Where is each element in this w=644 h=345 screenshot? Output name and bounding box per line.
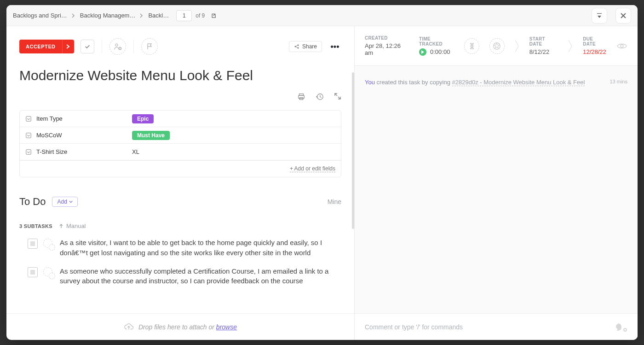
priority-flag-button[interactable] [141, 38, 158, 55]
close-button[interactable] [615, 8, 631, 23]
svg-point-2 [294, 46, 296, 47]
cloud-upload-icon [124, 323, 134, 331]
subtask-title[interactable]: As someone who successfully completed a … [60, 266, 341, 287]
start-date-meta[interactable]: START DATE 8/12/22 [529, 36, 558, 55]
subtask-title[interactable]: As a site visitor, I want to be able to … [60, 238, 341, 258]
date-separator [515, 39, 519, 53]
task-modal: Backlogs and Spri… Backlog Managem… Back… [6, 5, 638, 340]
activity-feed: 13 mins You created this task by copying… [355, 66, 638, 313]
status-label: ACCEPTED [19, 40, 62, 53]
activity-entry: 13 mins You created this task by copying… [365, 78, 627, 87]
activity-link[interactable]: #2829d0z - Modernize Website Menu Look &… [452, 79, 585, 86]
status-next-icon[interactable] [62, 40, 74, 53]
chevron-right-icon [72, 13, 75, 18]
activity-time: 13 mins [610, 78, 627, 86]
dropdown-icon [25, 132, 32, 139]
chevron-down-icon [69, 200, 73, 204]
time-tracked-value: 0:00:00 [430, 48, 450, 55]
custom-field-row[interactable]: T-Shirt Size XL [20, 144, 341, 160]
open-external-icon[interactable] [208, 11, 218, 21]
subtasks-sort[interactable]: Manual [59, 222, 86, 229]
custom-field-value: Epic [132, 114, 154, 123]
subtask-status-checkbox[interactable] [28, 267, 38, 277]
custom-field-label: T-Shirt Size [36, 148, 67, 155]
complete-checkbox[interactable] [80, 40, 94, 53]
created-value: Apr 28, 12:26 am [365, 42, 409, 56]
start-date-label: START DATE [529, 36, 558, 47]
svg-point-0 [115, 44, 118, 46]
breadcrumb-item-1[interactable]: Backlog Managem… [80, 12, 136, 19]
custom-field-row[interactable]: MoSCoW Must Have [20, 127, 341, 144]
start-date-value: 8/12/22 [529, 48, 558, 55]
dropdown-icon [25, 116, 32, 122]
created-meta: CREATED Apr 28, 12:26 am [365, 35, 409, 56]
chevron-right-icon [140, 13, 144, 18]
comment-input[interactable] [365, 323, 609, 331]
subtask-item: As someone who successfully completed a … [28, 266, 341, 287]
activity-text: created this task by copying [375, 79, 452, 86]
todo-add-button[interactable]: Add [52, 197, 77, 207]
comment-send-icon[interactable] [615, 322, 627, 333]
time-tracked-meta: TIME TRACKED 0:00:00 [419, 36, 454, 56]
svg-rect-11 [26, 149, 31, 154]
add-edit-fields-link[interactable]: + Add or edit fields [290, 165, 335, 172]
separator [102, 40, 102, 53]
separator [133, 40, 134, 53]
time-tracked-label: TIME TRACKED [419, 36, 454, 47]
dropzone-text: Drop files here to attach or [138, 323, 216, 331]
subtask-assignee-button[interactable] [43, 239, 54, 250]
fade-overlay [6, 295, 354, 313]
assignee-add-button[interactable] [109, 38, 126, 55]
todo-mine-toggle[interactable]: Mine [328, 198, 341, 205]
custom-field-row[interactable]: Item Type Epic [20, 111, 341, 127]
collapse-button[interactable] [592, 8, 607, 23]
estimate-button[interactable] [464, 38, 479, 54]
watchers-icon[interactable] [616, 42, 627, 50]
breadcrumb-item-0[interactable]: Backlogs and Spri… [13, 12, 67, 19]
status-button[interactable]: ACCEPTED [19, 40, 74, 53]
share-label: Share [302, 43, 317, 50]
subtask-status-checkbox[interactable] [28, 239, 38, 249]
print-icon[interactable] [297, 93, 305, 101]
page-number-input[interactable] [176, 10, 192, 21]
right-panel: CREATED Apr 28, 12:26 am TIME TRACKED 0:… [355, 26, 638, 340]
scrollbar[interactable] [352, 72, 354, 313]
subtask-item: As a site visitor, I want to be able to … [28, 238, 341, 258]
share-button[interactable]: Share [289, 41, 322, 52]
todo-add-label: Add [57, 199, 67, 205]
subtasks-sort-label: Manual [66, 222, 86, 229]
activity-actor: You [365, 79, 375, 86]
custom-fields-table: Item Type Epic MoSCoW Must Have T-Shirt … [19, 110, 341, 177]
comment-bar [355, 313, 638, 340]
sprint-points-button[interactable] [489, 38, 505, 54]
todo-title: To Do [19, 196, 46, 208]
more-menu-button[interactable]: ••• [328, 40, 341, 53]
timer-play-button[interactable] [419, 48, 426, 56]
created-label: CREATED [365, 35, 409, 41]
svg-point-13 [621, 45, 623, 47]
attachment-dropzone[interactable]: Drop files here to attach or browse [6, 313, 354, 340]
history-icon[interactable] [316, 93, 324, 101]
due-date-value: 12/28/22 [583, 48, 606, 55]
page-total-label: of 9 [196, 12, 205, 19]
custom-field-label: Item Type [36, 115, 63, 122]
custom-field-value: Must Have [132, 131, 170, 140]
arrow-up-icon [59, 224, 63, 228]
date-separator [568, 39, 573, 53]
svg-point-12 [494, 42, 500, 49]
expand-icon[interactable] [334, 93, 341, 101]
dropzone-browse-link[interactable]: browse [216, 323, 237, 331]
svg-rect-9 [26, 116, 31, 121]
svg-point-4 [297, 47, 299, 49]
subtask-assignee-button[interactable] [43, 267, 54, 278]
custom-field-label: MoSCoW [36, 132, 62, 139]
share-icon [294, 44, 299, 49]
right-header: CREATED Apr 28, 12:26 am TIME TRACKED 0:… [355, 26, 638, 66]
svg-rect-10 [26, 133, 31, 138]
dropdown-icon [25, 149, 32, 155]
task-title[interactable]: Modernize Website Menu Look & Feel [19, 68, 341, 83]
svg-rect-6 [299, 95, 305, 98]
svg-point-3 [297, 45, 299, 46]
breadcrumb-item-2[interactable]: Backl… [148, 12, 169, 19]
due-date-meta[interactable]: DUE DATE 12/28/22 [583, 36, 606, 55]
